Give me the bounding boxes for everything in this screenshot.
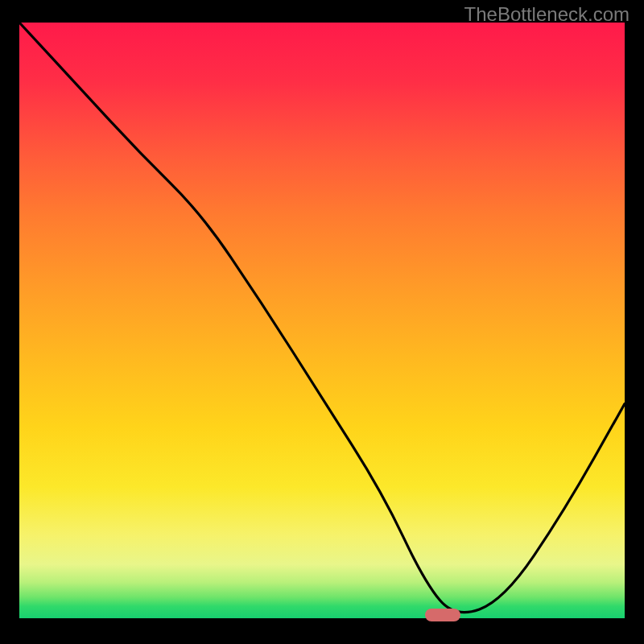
watermark-text: TheBottleneck.com: [464, 3, 630, 26]
chart-plot-area: [19, 23, 625, 618]
curve-svg: [19, 23, 625, 618]
optimal-marker: [425, 609, 460, 621]
bottleneck-curve: [19, 23, 625, 613]
